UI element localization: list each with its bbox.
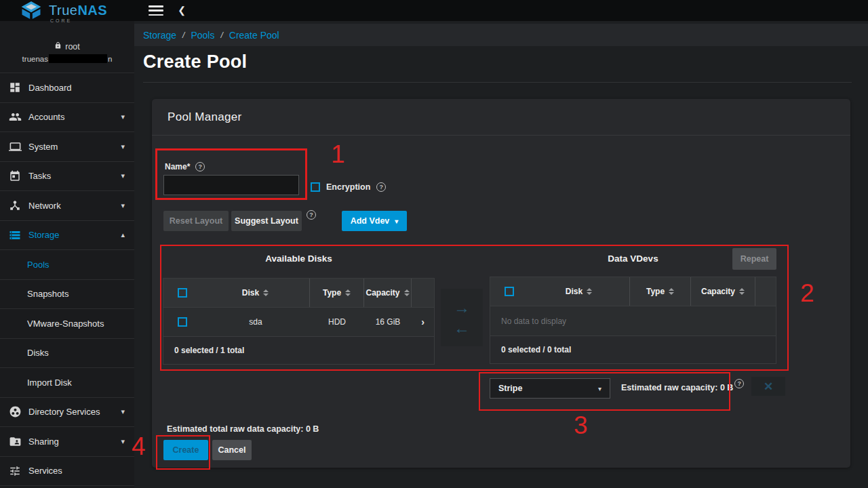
sort-icon[interactable]: [739, 288, 745, 295]
select-all-checkbox[interactable]: [505, 287, 514, 296]
hostname: truenasn: [0, 54, 134, 63]
chevron-up-icon: ▴: [121, 230, 125, 239]
pool-name-input[interactable]: [163, 175, 299, 195]
vdev-layout-selected: Stripe: [498, 384, 522, 393]
redacted-hostname: [49, 54, 107, 63]
caret-down-icon: ▾: [598, 385, 601, 392]
network-icon: [8, 199, 22, 212]
sidebar: root truenasn Dashboard Accounts ▾ Syste…: [0, 21, 134, 488]
name-field-label: Name* ?: [165, 162, 205, 171]
disk-mover: → ←: [441, 289, 483, 346]
sort-icon[interactable]: [404, 289, 410, 296]
data-vdevs-header: Disk Type Capacity: [490, 277, 776, 306]
sidebar-item-snapshots[interactable]: Snapshots: [0, 280, 134, 310]
repeat-button[interactable]: Repeat: [732, 248, 776, 270]
encryption-label: Encryption: [326, 182, 370, 192]
sidebar-nav: Dashboard Accounts ▾ System ▾ Tasks ▾ Ne…: [0, 73, 134, 486]
lock-icon: [54, 41, 62, 52]
add-vdev-button[interactable]: Add Vdev ▾: [342, 211, 407, 231]
data-vdevs-table: Disk Type Capacity No data to display 0 …: [490, 277, 776, 364]
select-all-checkbox[interactable]: [178, 288, 187, 298]
suggest-layout-button[interactable]: Suggest Layout: [231, 211, 302, 231]
sidebar-item-network[interactable]: Network ▾: [0, 191, 134, 221]
truenas-logo-icon: [19, 1, 43, 22]
truenas-app: TrueNAS CORE ❮ root truenasn Dashboard: [0, 0, 868, 488]
sidebar-item-tasks[interactable]: Tasks ▾: [0, 162, 134, 192]
help-icon[interactable]: ?: [734, 379, 744, 388]
pool-manager-card: Pool Manager Name* ? Encryption ? Reset …: [152, 99, 850, 468]
cancel-button[interactable]: Cancel: [212, 440, 252, 460]
accounts-icon: [8, 110, 22, 124]
chevron-down-icon: ▾: [121, 171, 125, 180]
move-left-arrow-icon[interactable]: ←: [454, 320, 470, 336]
card-title: Pool Manager: [167, 110, 241, 124]
sort-icon[interactable]: [263, 289, 269, 296]
logo-edition-label: CORE: [50, 18, 107, 23]
back-chevron-icon[interactable]: ❮: [175, 3, 189, 18]
dashboard-icon: [8, 81, 22, 94]
chevron-down-icon: ▾: [121, 407, 125, 416]
no-data-message: No data to display: [490, 306, 776, 336]
tasks-icon: [8, 169, 22, 183]
sidebar-item-pools[interactable]: Pools: [0, 250, 134, 280]
table-row-sda[interactable]: sda HDD 16 GiB ›: [163, 307, 434, 336]
breadcrumb: Storage / Pools / Create Pool: [134, 24, 868, 46]
create-button[interactable]: Create: [163, 440, 208, 460]
data-vdevs-footer: 0 selected / 0 total: [490, 336, 776, 363]
page-title: Create Pool: [143, 52, 247, 73]
sort-icon[interactable]: [587, 288, 592, 295]
sidebar-item-storage[interactable]: Storage ▴: [0, 221, 134, 251]
caret-down-icon: ▾: [395, 218, 398, 225]
chevron-down-icon: ▾: [121, 437, 125, 446]
card-header: Pool Manager: [152, 99, 850, 136]
help-icon[interactable]: ?: [195, 162, 205, 171]
available-disks-footer: 0 selected / 1 total: [163, 336, 434, 364]
storage-icon: [8, 228, 22, 242]
menu-icon[interactable]: [149, 5, 163, 16]
chevron-down-icon: ▾: [121, 113, 125, 121]
sidebar-item-sharing[interactable]: Sharing ▾: [0, 427, 134, 457]
truenas-logo[interactable]: TrueNAS CORE: [19, 1, 107, 23]
main-content: Storage / Pools / Create Pool Create Poo…: [134, 21, 868, 488]
user-block: root truenasn: [0, 21, 134, 63]
sidebar-item-import-disk[interactable]: Import Disk: [0, 368, 134, 398]
breadcrumb-separator: /: [182, 30, 184, 40]
sidebar-item-directory-services[interactable]: Directory Services ▾: [0, 398, 134, 428]
encryption-checkbox[interactable]: [311, 182, 320, 192]
top-bar: TrueNAS CORE ❮: [0, 0, 868, 21]
breadcrumb-pools[interactable]: Pools: [191, 30, 214, 41]
sidebar-item-system[interactable]: System ▾: [0, 132, 134, 162]
help-icon[interactable]: ?: [376, 182, 386, 192]
system-icon: [8, 140, 22, 153]
move-right-arrow-icon[interactable]: →: [454, 300, 470, 316]
vdev-layout-select[interactable]: Stripe ▾: [490, 378, 610, 399]
row-checkbox[interactable]: [178, 317, 187, 327]
truenas-logo-text: TrueNAS: [49, 3, 107, 17]
close-icon: ✕: [764, 380, 773, 394]
help-icon[interactable]: ?: [307, 210, 316, 220]
estimated-total-capacity: Estimated total raw data capacity: 0 B: [167, 424, 319, 434]
sidebar-item-vmware-snapshots[interactable]: VMware-Snapshots: [0, 309, 134, 339]
sidebar-item-dashboard[interactable]: Dashboard: [0, 73, 134, 103]
breadcrumb-separator: /: [220, 30, 222, 40]
sidebar-item-accounts[interactable]: Accounts ▾: [0, 103, 134, 133]
breadcrumb-create-pool[interactable]: Create Pool: [229, 30, 279, 41]
encryption-row: Encryption ?: [311, 182, 386, 192]
sharing-icon: [8, 434, 22, 448]
directory-services-icon: [8, 405, 22, 419]
sidebar-item-disks[interactable]: Disks: [0, 339, 134, 369]
services-icon: [8, 464, 22, 478]
available-disks-title: Available Disks: [163, 253, 435, 264]
chevron-down-icon: ▾: [121, 142, 125, 151]
reset-layout-button[interactable]: Reset Layout: [163, 211, 229, 231]
username: root: [65, 42, 80, 52]
remove-vdev-button[interactable]: ✕: [751, 377, 785, 396]
available-disks-header: Disk Type Capacity: [163, 279, 434, 307]
sort-icon[interactable]: [669, 288, 674, 295]
sort-icon[interactable]: [345, 289, 351, 296]
sidebar-item-services[interactable]: Services: [0, 457, 134, 487]
breadcrumb-storage[interactable]: Storage: [143, 30, 176, 41]
chevron-down-icon: ▾: [121, 201, 125, 210]
row-expand-chevron-icon[interactable]: ›: [412, 317, 434, 327]
available-disks-table: Disk Type Capacity sda HDD 16 GiB › 0 se…: [163, 278, 435, 365]
